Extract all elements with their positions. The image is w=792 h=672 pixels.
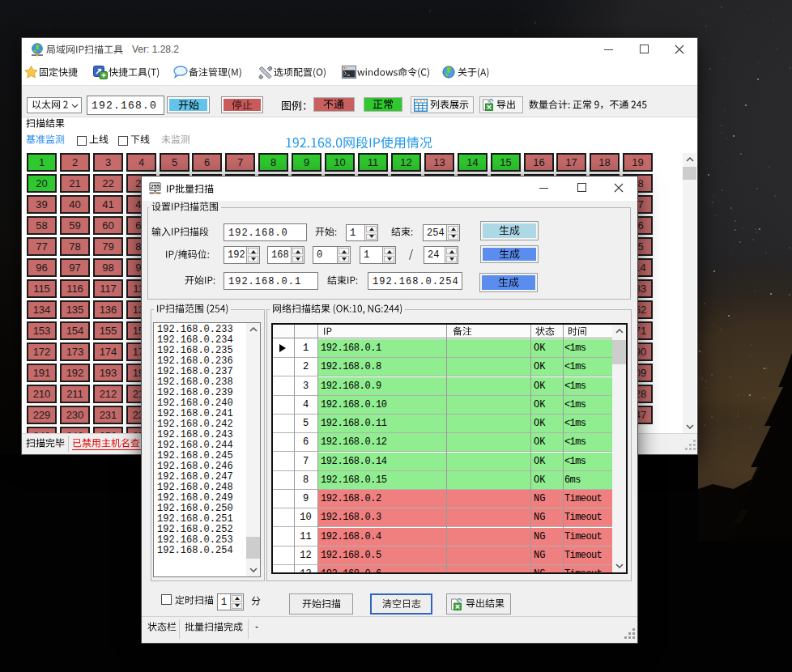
svg-text:255: 255 (151, 184, 160, 189)
